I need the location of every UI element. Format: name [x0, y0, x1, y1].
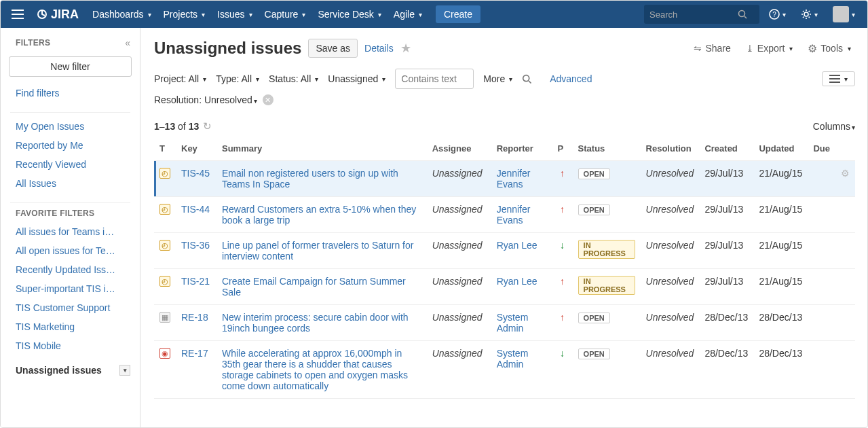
table-row[interactable]: ◉RE-17While accelerating at approx 16,00…: [154, 341, 855, 399]
nav-agile[interactable]: Agile: [388, 1, 428, 28]
issue-key-link[interactable]: TIS-36: [181, 240, 210, 251]
profile-menu[interactable]: [827, 6, 861, 22]
issue-type-icon: ◉: [159, 348, 170, 359]
advanced-link[interactable]: Advanced: [550, 73, 592, 84]
resolution-value: Unresolved: [646, 276, 694, 287]
table-row[interactable]: ◴TIS-45Email non registered users to sig…: [154, 161, 855, 197]
reporter-link[interactable]: System Admin: [497, 312, 529, 334]
filter-options-icon[interactable]: ▾: [119, 365, 130, 376]
create-button[interactable]: Create: [436, 5, 480, 23]
sidebar-fav-item[interactable]: TIS Mobile: [1, 336, 140, 355]
sidebar-item-recently-viewed[interactable]: Recently Viewed: [1, 155, 140, 174]
tools-button[interactable]: ⚙Tools: [804, 39, 855, 58]
jira-logo[interactable]: JIRA: [32, 7, 83, 22]
priority-icon: ↑: [552, 269, 573, 305]
sidebar-item-my-open-issues[interactable]: My Open Issues: [1, 117, 140, 136]
due-value: [808, 269, 835, 305]
issue-key-link[interactable]: TIS-21: [181, 276, 210, 287]
col-status[interactable]: Status: [573, 139, 641, 161]
columns-button[interactable]: Columns: [813, 121, 855, 132]
details-link[interactable]: Details: [364, 43, 394, 54]
issue-summary-link[interactable]: Line up panel of former travelers to Sat…: [222, 240, 413, 262]
sidebar-item-all-issues[interactable]: All Issues: [1, 174, 140, 193]
nav-capture[interactable]: Capture: [259, 1, 312, 28]
global-search-input[interactable]: [649, 10, 738, 20]
nav-service-desk[interactable]: Service Desk: [312, 1, 386, 28]
reporter-link[interactable]: Jennifer Evans: [497, 204, 531, 226]
issue-summary-link[interactable]: Create Email Campaign for Saturn Summer …: [222, 276, 406, 298]
issue-key-link[interactable]: TIS-44: [181, 204, 210, 215]
contains-text-input[interactable]: [395, 69, 474, 89]
filter-type[interactable]: Type: All: [216, 73, 259, 84]
sidebar-item-reported-by-me[interactable]: Reported by Me: [1, 136, 140, 155]
table-row[interactable]: ▦RE-18New interim process: secure cabin …: [154, 305, 855, 341]
sidebar-filters-heading: FILTERS: [16, 38, 50, 48]
issue-key-link[interactable]: TIS-45: [181, 168, 210, 179]
issue-key-link[interactable]: RE-17: [181, 348, 208, 359]
nav-issues[interactable]: Issues: [212, 1, 257, 28]
sidebar-fav-item[interactable]: Super-important TIS i…: [1, 279, 140, 298]
table-row[interactable]: ◴TIS-21Create Email Campaign for Saturn …: [154, 269, 855, 305]
priority-icon: ↑: [552, 161, 573, 197]
col-type[interactable]: T: [154, 139, 176, 161]
filter-project[interactable]: Project: All: [154, 73, 206, 84]
admin-gear-icon[interactable]: [795, 9, 823, 20]
filter-more[interactable]: More: [483, 73, 512, 84]
table-row[interactable]: ◴TIS-44Reward Customers an extra 5-10% w…: [154, 197, 855, 233]
reporter-link[interactable]: Jennifer Evans: [497, 168, 531, 190]
col-created[interactable]: Created: [699, 139, 753, 161]
sidebar-fav-item[interactable]: TIS Customer Support: [1, 298, 140, 317]
col-key[interactable]: Key: [176, 139, 216, 161]
filter-status[interactable]: Status: All: [269, 73, 318, 84]
star-icon[interactable]: ★: [400, 41, 411, 56]
col-resolution[interactable]: Resolution: [641, 139, 700, 161]
updated-value: 28/Dec/13: [753, 305, 808, 341]
clear-filter-icon[interactable]: ✕: [263, 94, 273, 105]
reporter-link[interactable]: Ryan Lee: [497, 240, 537, 251]
sidebar-fav-item[interactable]: TIS Marketing: [1, 317, 140, 336]
new-filter-button[interactable]: New filter: [9, 56, 132, 77]
table-row[interactable]: ◴TIS-36Line up panel of former travelers…: [154, 233, 855, 269]
sidebar-fav-item[interactable]: All open issues for Te…: [1, 241, 140, 260]
col-priority[interactable]: P: [552, 139, 573, 161]
sidebar-fav-item[interactable]: All issues for Teams i…: [1, 222, 140, 241]
col-updated[interactable]: Updated: [753, 139, 808, 161]
resolution-value: Unresolved: [646, 312, 694, 323]
row-actions-gear-icon[interactable]: ⚙: [841, 168, 850, 179]
help-icon[interactable]: ?: [763, 9, 791, 20]
col-due[interactable]: Due: [808, 139, 835, 161]
filter-search-icon[interactable]: [522, 74, 532, 84]
reporter-link[interactable]: System Admin: [497, 348, 529, 370]
nav-dashboards[interactable]: Dashboards: [87, 1, 157, 28]
status-badge: IN PROGRESS: [578, 276, 635, 295]
global-search[interactable]: [644, 5, 759, 24]
filter-resolution[interactable]: Resolution: Unresolved: [154, 94, 257, 105]
refresh-icon[interactable]: ↻: [203, 120, 212, 132]
sidebar-item-unassigned-issues[interactable]: Unassigned issues ▾: [1, 361, 140, 380]
col-reporter[interactable]: Reporter: [491, 139, 552, 161]
status-badge: IN PROGRESS: [578, 240, 635, 259]
issue-key-link[interactable]: RE-18: [181, 312, 208, 323]
issue-summary-link[interactable]: While accelerating at approx 16,000mph i…: [222, 348, 408, 391]
issue-summary-link[interactable]: New interim process: secure cabin door w…: [222, 312, 409, 334]
issue-summary-link[interactable]: Email non registered users to sign up wi…: [222, 168, 398, 190]
nav-hamburger-icon[interactable]: [7, 5, 28, 23]
save-as-button[interactable]: Save as: [308, 39, 358, 58]
share-button[interactable]: ⇋Share: [690, 40, 734, 56]
status-badge: OPEN: [578, 349, 610, 359]
export-icon: ⤓: [746, 43, 754, 54]
issue-summary-link[interactable]: Reward Customers an extra 5-10% when the…: [222, 204, 416, 226]
reporter-link[interactable]: Ryan Lee: [497, 276, 537, 287]
export-button[interactable]: ⤓Export: [742, 40, 797, 56]
sidebar-fav-item[interactable]: Recently Updated Iss…: [1, 260, 140, 279]
nav-projects[interactable]: Projects: [158, 1, 211, 28]
view-switcher[interactable]: [822, 71, 855, 86]
col-summary[interactable]: Summary: [216, 139, 427, 161]
find-filters-link[interactable]: Find filters: [1, 84, 140, 103]
search-icon[interactable]: [738, 10, 747, 19]
filter-assignee[interactable]: Unassigned: [328, 73, 385, 84]
due-value: [808, 161, 835, 197]
gear-icon: ⚙: [808, 42, 817, 55]
sidebar-collapse-icon[interactable]: «: [125, 37, 130, 48]
col-assignee[interactable]: Assignee: [427, 139, 491, 161]
